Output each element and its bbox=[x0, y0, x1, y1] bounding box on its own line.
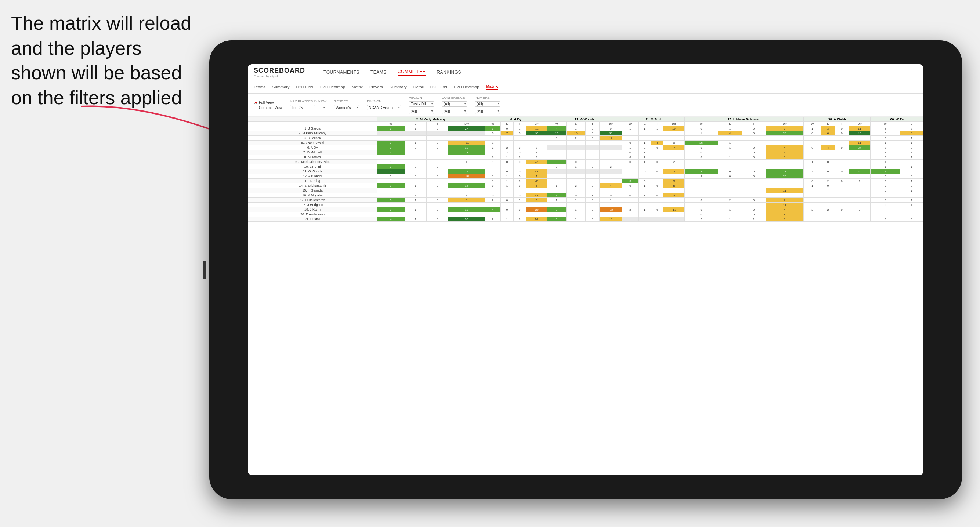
matrix-cell: 0 bbox=[426, 126, 448, 131]
matrix-cell bbox=[547, 155, 566, 160]
matrix-cell: -12 bbox=[663, 207, 684, 212]
players-sub-select-wrapper: (All) bbox=[475, 108, 501, 114]
region-select-wrapper: East - DII bbox=[409, 100, 434, 107]
matrix-cell: 1 bbox=[718, 155, 742, 160]
conference-sub-select[interactable]: (All) bbox=[442, 109, 468, 114]
matrix-cell bbox=[821, 203, 835, 207]
table-row: 9. A Maria Jimenez Rios1001100-730001021… bbox=[248, 160, 923, 164]
sub-tab-h2h-heatmap1[interactable]: H2H Heatmap bbox=[320, 85, 345, 89]
region-sub-select[interactable]: (All) bbox=[409, 109, 434, 114]
table-row: 7. O Mitchell30018220201010321 bbox=[248, 150, 923, 155]
gender-select[interactable]: Women's Men's bbox=[334, 105, 360, 111]
matrix-cell: 1 bbox=[900, 136, 923, 141]
matrix-cell: 0 bbox=[835, 145, 848, 150]
players-sub-select[interactable]: (All) bbox=[475, 109, 501, 114]
matrix-cell: 11 bbox=[765, 203, 803, 207]
table-row: 15. H Stranda1101 bbox=[248, 188, 923, 193]
matrix-cell: 1 bbox=[566, 126, 585, 131]
matrix-cell: 0 bbox=[870, 136, 900, 141]
matrix-cell: 1 bbox=[599, 198, 622, 203]
sub-tab-teams[interactable]: Teams bbox=[254, 85, 266, 89]
matrix-cell bbox=[718, 188, 742, 193]
sh-l5: L bbox=[718, 122, 742, 126]
matrix-cell: 7 bbox=[765, 198, 803, 203]
matrix-cell bbox=[848, 160, 870, 164]
player-name-cell: 13. N Klug bbox=[248, 179, 377, 184]
matrix-cell: 0 bbox=[513, 174, 526, 179]
division-select[interactable]: NCAA Division II bbox=[367, 105, 401, 111]
matrix-cell: 4 bbox=[684, 169, 718, 174]
matrix-cell bbox=[821, 212, 835, 217]
matrix-cell: 4 bbox=[870, 169, 900, 174]
sub-tab-detail[interactable]: Detail bbox=[414, 85, 424, 89]
matrix-cell: 2 bbox=[599, 164, 622, 169]
matrix-cell bbox=[377, 179, 405, 184]
players-select[interactable]: (All) bbox=[475, 101, 501, 107]
sub-tab-h2h-grid1[interactable]: H2H Grid bbox=[296, 85, 313, 89]
matrix-cell: 1 bbox=[718, 150, 742, 155]
matrix-cell bbox=[821, 193, 835, 198]
conference-select[interactable]: (All) bbox=[442, 101, 468, 107]
matrix-cell: 1 bbox=[501, 174, 513, 179]
filters-row: Full View Compact View Max players in vi… bbox=[248, 94, 923, 117]
matrix-cell: 3 bbox=[377, 145, 405, 150]
matrix-cell: 10 bbox=[547, 131, 566, 136]
sub-tab-players[interactable]: Players bbox=[369, 85, 383, 89]
matrix-cell: 0 bbox=[900, 184, 923, 188]
matrix-cell: 0 bbox=[870, 188, 900, 193]
nav-committee[interactable]: COMMITTEE bbox=[398, 69, 426, 76]
matrix-cell bbox=[547, 150, 566, 155]
matrix-scroll[interactable]: 2. M Kelly Mulcahy 6. A Dy 11. G Woods 2… bbox=[248, 117, 923, 475]
matrix-cell bbox=[622, 203, 638, 207]
matrix-cell: 1 bbox=[900, 179, 923, 184]
player-name-cell: 8. M Torres bbox=[248, 155, 377, 160]
matrix-cell: 0 bbox=[684, 198, 718, 203]
player-name-cell: 10. L Perini bbox=[248, 164, 377, 169]
matrix-cell bbox=[547, 145, 566, 150]
full-view-radio[interactable] bbox=[254, 100, 258, 104]
player-name-cell: 20. E Andersson bbox=[248, 212, 377, 217]
sub-tab-h2h-grid2[interactable]: H2H Grid bbox=[430, 85, 447, 89]
full-view-option[interactable]: Full View bbox=[254, 100, 282, 105]
matrix-cell bbox=[526, 164, 547, 169]
sub-tab-matrix1[interactable]: Matrix bbox=[352, 85, 363, 89]
table-row: 16. X Mcgaha2101010113010010300 bbox=[248, 193, 923, 198]
nav-rankings[interactable]: RANKINGS bbox=[437, 70, 461, 75]
matrix-cell: 1 bbox=[651, 179, 663, 184]
matrix-cell bbox=[663, 212, 684, 217]
matrix-cell: 0 bbox=[870, 155, 900, 160]
matrix-cell: 0 bbox=[651, 193, 663, 198]
region-select[interactable]: East - DII bbox=[409, 101, 434, 107]
matrix-cell: 1 bbox=[501, 179, 513, 184]
matrix-cell bbox=[638, 203, 651, 207]
matrix-cell: 0 bbox=[622, 150, 638, 155]
matrix-cell: 1 bbox=[718, 141, 742, 145]
matrix-cell bbox=[718, 203, 742, 207]
matrix-cell: 3 bbox=[547, 193, 566, 198]
compact-view-radio[interactable] bbox=[254, 106, 258, 110]
matrix-cell: 0 bbox=[513, 217, 526, 222]
matrix-cell: 0 bbox=[585, 136, 599, 141]
matrix-table: 2. M Kelly Mulcahy 6. A Dy 11. G Woods 2… bbox=[248, 117, 923, 222]
nav-tournaments[interactable]: TOURNAMENTS bbox=[323, 70, 360, 75]
matrix-cell bbox=[622, 188, 638, 193]
matrix-cell bbox=[448, 188, 485, 193]
matrix-cell: 0 bbox=[870, 203, 900, 207]
sub-tab-summary1[interactable]: Summary bbox=[272, 85, 290, 89]
matrix-cell bbox=[426, 136, 448, 141]
sub-tab-summary2[interactable]: Summary bbox=[390, 85, 407, 89]
compact-view-option[interactable]: Compact View bbox=[254, 106, 282, 110]
matrix-cell bbox=[651, 131, 663, 136]
matrix-cell: 0 bbox=[585, 131, 599, 136]
player-name-cell: 5. A Nomrowski bbox=[248, 141, 377, 145]
matrix-cell bbox=[742, 193, 765, 198]
max-players-select[interactable]: Top 25 Top 10 Top 50 bbox=[290, 105, 315, 111]
matrix-cell: 1 bbox=[501, 217, 513, 222]
nav-teams[interactable]: TEAMS bbox=[371, 70, 387, 75]
matrix-cell: 0 bbox=[900, 160, 923, 164]
matrix-cell: 1 bbox=[638, 141, 651, 145]
division-select-wrapper: NCAA Division II bbox=[367, 104, 401, 111]
sub-tab-h2h-heatmap2[interactable]: H2H Heatmap bbox=[454, 85, 479, 89]
matrix-cell: 1 bbox=[566, 198, 585, 203]
sub-tab-matrix2[interactable]: Matrix bbox=[486, 84, 498, 90]
